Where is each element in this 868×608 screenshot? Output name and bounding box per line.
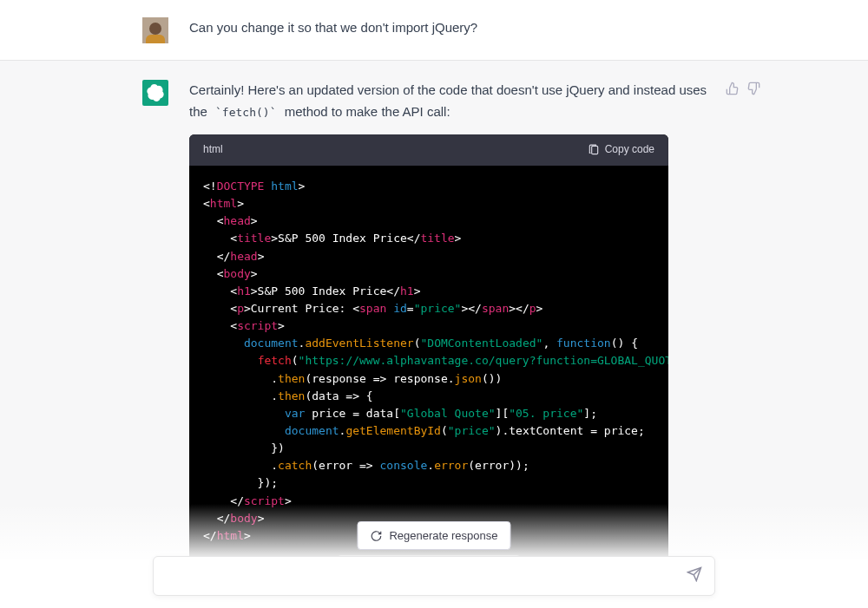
assistant-message-row: Certainly! Here's an updated version of … <box>0 60 868 559</box>
chat-input-bar <box>153 556 715 596</box>
code-language-label: html <box>203 141 223 159</box>
send-icon <box>687 566 702 582</box>
code-body[interactable]: <!DOCTYPE html><html> <head> <title>S&P … <box>189 166 668 559</box>
feedback-buttons <box>726 82 760 95</box>
assistant-text-part2: method to make the API call: <box>280 104 450 119</box>
thumbs-down-icon[interactable] <box>746 82 760 95</box>
user-message-row: Can you change it so that we don't impor… <box>0 0 868 60</box>
regenerate-response-button[interactable]: Regenerate response <box>357 521 510 550</box>
svg-rect-0 <box>591 146 597 154</box>
copy-code-label: Copy code <box>605 141 654 159</box>
refresh-icon <box>370 530 382 542</box>
code-block-header: html Copy code <box>189 134 668 166</box>
assistant-avatar <box>142 80 168 106</box>
code-block: html Copy code <!DOCTYPE html><html> <he… <box>189 134 668 559</box>
chat-input[interactable] <box>166 569 687 584</box>
assistant-message-content: Certainly! Here's an updated version of … <box>189 80 726 558</box>
user-message-text: Can you change it so that we don't impor… <box>189 17 726 44</box>
copy-code-button[interactable]: Copy code <box>588 141 654 159</box>
thumbs-up-icon[interactable] <box>726 82 740 95</box>
send-button[interactable] <box>687 566 702 585</box>
user-avatar <box>142 17 168 43</box>
inline-code-fetch: `fetch()` <box>211 105 280 120</box>
regenerate-label: Regenerate response <box>389 529 497 542</box>
clipboard-icon <box>588 144 600 156</box>
